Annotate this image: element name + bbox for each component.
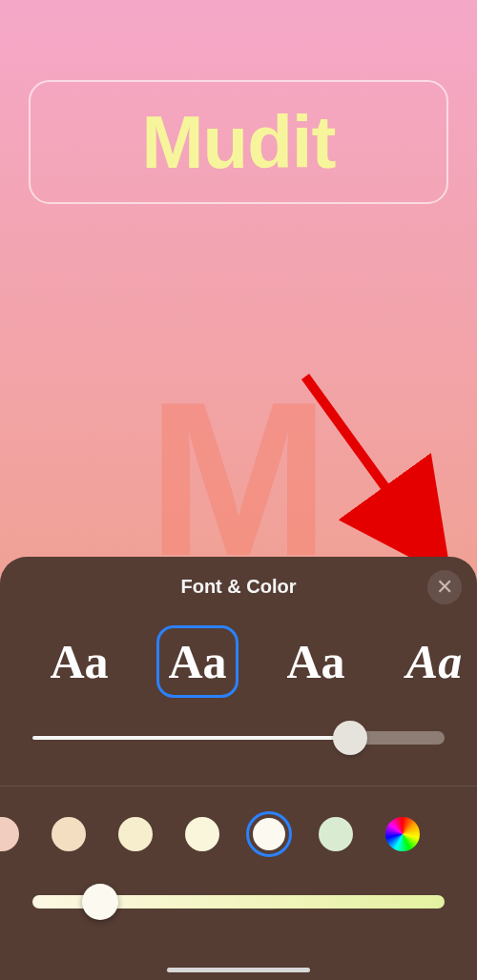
tint-thumb[interactable] — [82, 884, 118, 920]
font-option-2[interactable]: Aa — [275, 625, 357, 698]
color-swatch-1[interactable] — [46, 811, 92, 857]
tint-slider[interactable] — [32, 888, 445, 918]
annotation-arrow — [286, 357, 477, 586]
font-color-panel: Font & Color ✕ Aa Aa Aa Aa — [0, 557, 477, 980]
font-option-0[interactable]: Aa — [38, 625, 120, 698]
close-icon: ✕ — [436, 577, 453, 598]
slider-track-filled — [32, 736, 345, 740]
color-swatch-2[interactable] — [113, 811, 158, 857]
font-options-row: Aa Aa Aa Aa — [0, 604, 477, 698]
panel-header: Font & Color ✕ — [0, 557, 477, 604]
panel-title: Font & Color — [180, 576, 296, 597]
font-size-slider[interactable] — [32, 723, 445, 753]
color-swatch-3[interactable] — [179, 811, 225, 857]
font-option-3[interactable]: Aa — [393, 625, 475, 698]
slider-thumb[interactable] — [333, 721, 367, 755]
font-option-1[interactable]: Aa — [156, 625, 238, 698]
color-swatch-5[interactable] — [313, 811, 359, 857]
close-button[interactable]: ✕ — [427, 570, 462, 604]
selected-text-frame[interactable]: Mudit — [29, 80, 448, 204]
color-swatch-4[interactable] — [246, 811, 292, 857]
home-indicator — [167, 968, 310, 972]
svg-line-1 — [305, 377, 429, 548]
color-swatch-row — [0, 811, 477, 857]
text-label: Mudit — [142, 99, 336, 186]
divider — [0, 786, 477, 786]
color-picker-button[interactable] — [380, 811, 425, 857]
color-swatch-0[interactable] — [0, 811, 25, 857]
